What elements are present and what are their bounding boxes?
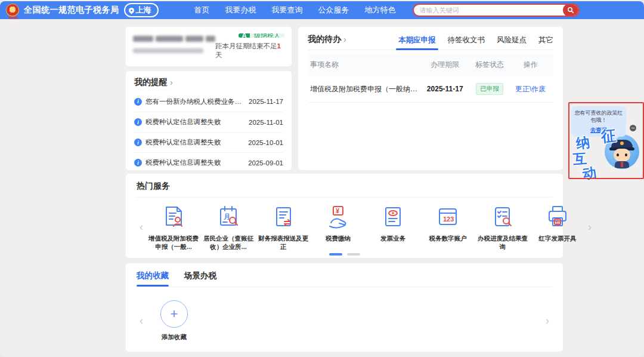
- search-input[interactable]: [414, 7, 563, 14]
- deadline-days: 1: [277, 42, 281, 50]
- table-row: 增值税及附加税费申报（一般纳税人适... 2025-11-17 已申报 更正\作…: [308, 76, 553, 103]
- svg-text:¥: ¥: [336, 207, 340, 214]
- doc-person-icon: [160, 202, 187, 230]
- tab-risk-points[interactable]: 风险疑点: [497, 35, 527, 50]
- minus-icon: −: [631, 124, 634, 131]
- favorites-next-button[interactable]: ›: [543, 315, 552, 326]
- red-invoice-printer-icon: 红: [544, 202, 571, 230]
- nav-query[interactable]: 我要查询: [272, 5, 303, 16]
- reminders-list: i 您有一份新办纳税人税费业务详解，... 2025-11-17 i 税费种认定…: [134, 91, 283, 173]
- reminders-title[interactable]: 我的提醒›: [134, 77, 283, 88]
- service-red-invoice[interactable]: 红 红字发票开具: [530, 202, 585, 251]
- status-badge: 已申报: [476, 83, 503, 95]
- search-button[interactable]: [563, 4, 578, 17]
- nav-public-services[interactable]: 公众服务: [318, 5, 349, 16]
- favorites-prev-button[interactable]: ‹: [137, 315, 146, 326]
- tab-scenario-tax[interactable]: 场景办税: [184, 270, 216, 287]
- chevron-right-icon: ›: [170, 78, 173, 87]
- service-resident-enterprise[interactable]: 月 居民企业（查账征收）企业所...: [201, 202, 256, 251]
- top-navbar: 全国统一规范电子税务局 上海 首页 我要办税 我要查询 公众服务 地方特色: [0, 1, 644, 19]
- badge-char: 动: [581, 164, 597, 184]
- plus-icon: +: [160, 300, 188, 328]
- hot-services-title: 热门服务: [137, 181, 552, 192]
- officer-face: [614, 149, 630, 162]
- hot-services-card: 热门服务 ‹: [126, 174, 563, 258]
- carousel-prev-button[interactable]: ‹: [137, 221, 146, 232]
- grade-letter: A: [239, 33, 250, 38]
- info-icon: i: [134, 118, 142, 126]
- checklist-search-icon: [490, 202, 516, 230]
- assistant-bubble: 您有可查收的政策红包哦！ 去查看: [571, 106, 626, 137]
- service-digital-account[interactable]: 123 税务数字账户: [420, 202, 475, 251]
- badge-char: 征: [600, 125, 617, 146]
- tab-other[interactable]: 其它: [538, 35, 553, 50]
- tab-my-favorites[interactable]: 我的收藏: [137, 270, 169, 287]
- location-label: 上海: [136, 5, 151, 16]
- digital-account-icon: 123: [435, 202, 461, 230]
- todo-card: 我的待办› 本期应申报 待签收文书 风险疑点 其它 事项名称 办理期限 标签状态…: [298, 27, 563, 170]
- todo-table-header: 事项名称 办理期限 标签状态 操作: [308, 54, 553, 76]
- chevron-right-icon: ›: [343, 35, 346, 44]
- add-favorite-button[interactable]: + 添加收藏: [160, 300, 188, 341]
- main-nav: 首页 我要办税 我要查询 公众服务 地方特色: [194, 5, 396, 16]
- svg-text:红: 红: [555, 220, 561, 225]
- todo-title[interactable]: 我的待办›: [308, 34, 346, 45]
- info-icon: i: [134, 139, 142, 146]
- taxpayer-info-card: A 级纳税人 距本月征期结束不足1天: [126, 27, 292, 66]
- reminder-item[interactable]: i 您有一份新办纳税人税费业务详解，... 2025-11-17: [134, 91, 283, 112]
- hand-yuan-icon: ¥: [325, 202, 351, 230]
- svg-text:123: 123: [443, 216, 454, 223]
- correct-void-link[interactable]: 更正\作废: [515, 85, 546, 93]
- service-financial-report[interactable]: 财务报表报送及更正: [256, 202, 311, 251]
- assistant-mascot[interactable]: 征 纳 互 动: [568, 126, 644, 178]
- info-icon: i: [134, 159, 142, 167]
- todo-item-name: 增值税及附加税费申报（一般纳税人适...: [310, 84, 421, 94]
- site-title: 全国统一规范电子税务局: [24, 5, 119, 16]
- service-vat-declaration[interactable]: 增值税及附加税费申报（一般...: [146, 202, 201, 251]
- redacted-taxpayer-identity: [133, 33, 215, 60]
- nav-local-features[interactable]: 地方特色: [365, 5, 396, 16]
- taxpayer-grade-badge: A 级纳税人: [239, 33, 284, 38]
- tab-current-declaration[interactable]: 本期应申报: [398, 35, 436, 50]
- location-pin-icon: [128, 7, 135, 14]
- minimize-button[interactable]: −: [628, 124, 637, 133]
- carousel-pagination: [137, 253, 552, 256]
- search-icon: [567, 7, 574, 14]
- doc-transfer-icon: [270, 202, 296, 230]
- reminder-item[interactable]: i 税费种认定信息调整失败 2025-09-01: [134, 152, 283, 173]
- redacted-taxpayer-id: [133, 48, 215, 53]
- assistant-widget: 您有可查收的政策红包哦！ 去查看 − 征 纳 互 动: [568, 102, 644, 179]
- location-pill[interactable]: 上海: [124, 3, 159, 17]
- nav-home[interactable]: 首页: [194, 5, 210, 16]
- calendar-search-icon: 月: [215, 202, 242, 230]
- app-window: 全国统一规范电子税务局 上海 首页 我要办税 我要查询 公众服务 地方特色: [0, 0, 644, 357]
- search-bar: [413, 4, 580, 17]
- grade-label: 级纳税人: [250, 33, 284, 38]
- officer-uniform: [615, 161, 629, 168]
- service-progress-query[interactable]: 办税进度及结果查询: [475, 202, 530, 251]
- filing-deadline-note: 距本月征期结束不足1天: [215, 42, 284, 60]
- pagination-dot[interactable]: [347, 253, 360, 256]
- tab-documents-to-sign[interactable]: 待签收文书: [448, 35, 485, 50]
- pagination-dot[interactable]: [329, 253, 342, 256]
- reminders-card: 我的提醒› i 您有一份新办纳税人税费业务详解，... 2025-11-17 i…: [126, 71, 292, 170]
- service-tax-payment[interactable]: ¥ 税费缴纳: [311, 202, 366, 251]
- reminder-item[interactable]: i 税费种认定信息调整失败 2025-10-01: [134, 132, 283, 152]
- service-invoice-business[interactable]: 发票业务: [366, 202, 420, 251]
- todo-tabs: 本期应申报 待签收文书 风险疑点 其它: [398, 35, 553, 45]
- favorites-card: 我的收藏 场景办税 ‹ + 添加收藏 ›: [126, 263, 563, 352]
- tax-bureau-logo-icon: [6, 4, 19, 17]
- services-row: 增值税及附加税费申报（一般... 月: [146, 202, 585, 251]
- invoice-eye-icon: [380, 202, 406, 230]
- info-icon: i: [134, 98, 142, 106]
- carousel-next-button[interactable]: ›: [585, 221, 595, 232]
- redacted-company-name: [133, 36, 215, 42]
- nav-handle-tax[interactable]: 我要办税: [225, 5, 256, 16]
- favorites-tabs: 我的收藏 场景办税: [137, 270, 552, 287]
- reminder-item[interactable]: i 税费种认定信息调整失败 2025-11-01: [134, 112, 283, 132]
- assistant-bubble-text: 您有可查收的政策红包哦！: [574, 109, 623, 124]
- todo-item-deadline: 2025-11-17: [421, 85, 469, 93]
